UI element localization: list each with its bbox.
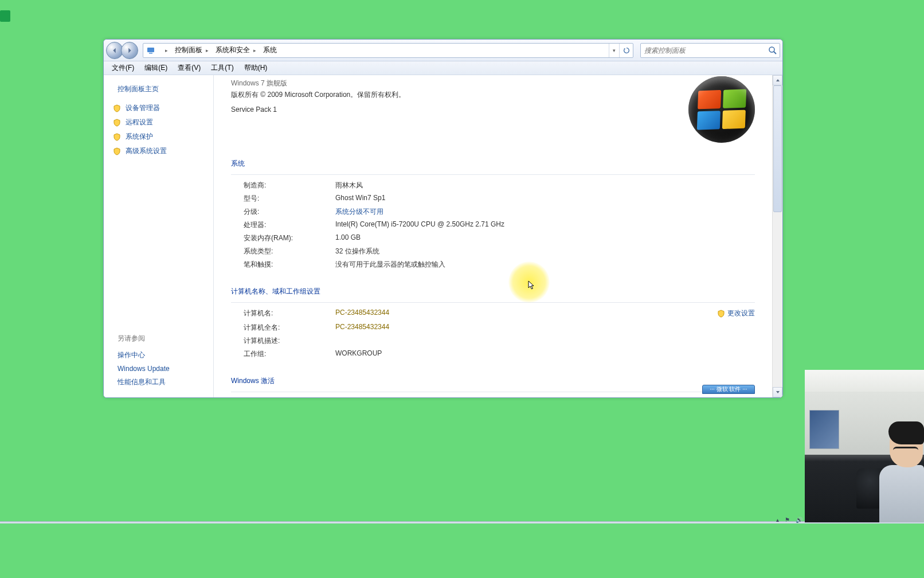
breadcrumb-system[interactable]: 系统 [260,44,280,57]
shield-icon [113,133,121,141]
address-dropdown[interactable]: ▾ [609,44,619,57]
desktop-widget [0,10,10,22]
see-also-title: 另请参阅 [118,334,207,343]
computer-fullname-label: 计算机全名: [244,323,335,333]
copyright-text: 版权所有 © 2009 Microsoft Corporation。保留所有权利… [231,89,405,100]
divider [231,302,755,303]
divider [231,174,755,175]
computer-icon [146,45,156,56]
link-device-manager[interactable]: 设备管理器 [104,101,213,115]
menu-file[interactable]: 文件(F) [107,62,139,74]
webcam-overlay [805,370,924,522]
shield-icon [717,310,725,318]
refresh-button[interactable] [619,44,633,57]
svg-line-5 [774,52,776,54]
pen-touch-label: 笔和触摸: [244,260,335,270]
processor-label: 处理器: [244,220,335,230]
address-bar[interactable]: ▸ 控制面板▸ 系统和安全▸ 系统 ▾ [143,43,633,58]
link-label: 高级系统设置 [126,146,167,156]
manufacturer-label: 制造商: [244,181,335,190]
svg-rect-2 [147,48,154,52]
system-tray[interactable]: ▴ ⚑ 🔊 [776,515,802,524]
computer-description-label: 计算机描述: [244,336,335,346]
scroll-track[interactable] [773,85,782,387]
system-type-value: 32 位操作系统 [335,247,755,256]
menu-view[interactable]: 查看(V) [173,62,205,74]
ram-label: 安装内存(RAM): [244,233,335,243]
section-computer-title: 计算机名称、域和工作组设置 [231,287,755,296]
computer-name-label: 计算机名: [244,308,335,319]
svg-rect-3 [149,53,152,54]
breadcrumb-system-security[interactable]: 系统和安全▸ [212,44,260,57]
change-settings-link[interactable]: 更改设置 [717,308,755,318]
tray-icon[interactable]: 🔊 [796,517,802,523]
search-icon [768,46,777,55]
breadcrumb-root[interactable]: ▸ [158,44,171,57]
breadcrumb-control-panel[interactable]: 控制面板▸ [171,44,212,57]
workgroup-label: 工作组: [244,349,335,359]
link-action-center[interactable]: 操作中心 [118,348,207,362]
model-label: 型号: [244,194,335,204]
link-advanced-system-settings[interactable]: 高级系统设置 [104,144,213,158]
navigation-bar: ▸ 控制面板▸ 系统和安全▸ 系统 ▾ [104,40,782,61]
search-box[interactable] [640,43,780,58]
control-panel-system-window: ▸ 控制面板▸ 系统和安全▸ 系统 ▾ 文件(F) 编辑(E) 查看(V) 工具… [103,39,783,398]
svg-point-4 [769,47,774,52]
processor-value: Intel(R) Core(TM) i5-7200U CPU @ 2.50GHz… [335,220,755,230]
change-settings-label: 更改设置 [727,308,755,318]
link-label: 远程设置 [126,118,153,127]
computer-fullname-value: PC-23485432344 [335,323,717,333]
link-label: 设备管理器 [126,103,160,113]
rating-link[interactable]: 系统分级不可用 [335,207,755,217]
tray-icon[interactable]: ▴ [776,517,779,523]
control-panel-home-link[interactable]: 控制面板主页 [104,84,213,101]
workgroup-value: WORKGROUP [335,349,717,359]
link-performance-info[interactable]: 性能信息和工具 [118,375,207,389]
computer-name-value: PC-23485432344 [335,308,717,319]
model-value: Ghost Win7 Sp1 [335,194,755,204]
menu-help[interactable]: 帮助(H) [240,62,272,74]
scroll-down-button[interactable] [773,387,782,397]
menu-bar: 文件(F) 编辑(E) 查看(V) 工具(T) 帮助(H) [104,61,782,75]
forward-button[interactable] [121,42,138,59]
section-system-title: 系统 [231,159,755,169]
section-activation-title: Windows 激活 [231,376,755,386]
genuine-microsoft-button[interactable]: ··· 微软 软件 ··· [702,385,755,394]
link-label: 系统保护 [126,132,153,142]
rating-label: 分级: [244,207,335,217]
windows-logo-icon [688,76,755,143]
scroll-thumb[interactable] [773,85,782,212]
menu-edit[interactable]: 编辑(E) [140,62,172,74]
windows-edition: Windows 7 旗舰版 [231,77,405,89]
link-remote-settings[interactable]: 远程设置 [104,115,213,130]
left-pane: 控制面板主页 设备管理器 远程设置 系统保护 高级系统设置 另请参阅 操作中心 … [104,75,214,397]
shield-icon [113,119,121,127]
manufacturer-value: 雨林木风 [335,181,755,190]
link-windows-update[interactable]: Windows Update [118,362,207,375]
computer-description-value [335,336,717,346]
tray-icon[interactable]: ⚑ [785,517,790,523]
pen-touch-value: 没有可用于此显示器的笔或触控输入 [335,260,755,270]
search-input[interactable] [641,44,780,57]
ram-value: 1.00 GB [335,233,755,243]
scroll-up-button[interactable] [773,75,782,85]
content-area: Windows 7 旗舰版 版权所有 © 2009 Microsoft Corp… [214,75,782,397]
vertical-scrollbar[interactable] [772,75,782,397]
system-type-label: 系统类型: [244,247,335,256]
menu-tools[interactable]: 工具(T) [206,62,238,74]
link-system-protection[interactable]: 系统保护 [104,130,213,144]
shield-icon [113,147,121,155]
shield-icon [113,104,121,112]
service-pack-text: Service Pack 1 [231,104,405,115]
divider [231,392,755,392]
